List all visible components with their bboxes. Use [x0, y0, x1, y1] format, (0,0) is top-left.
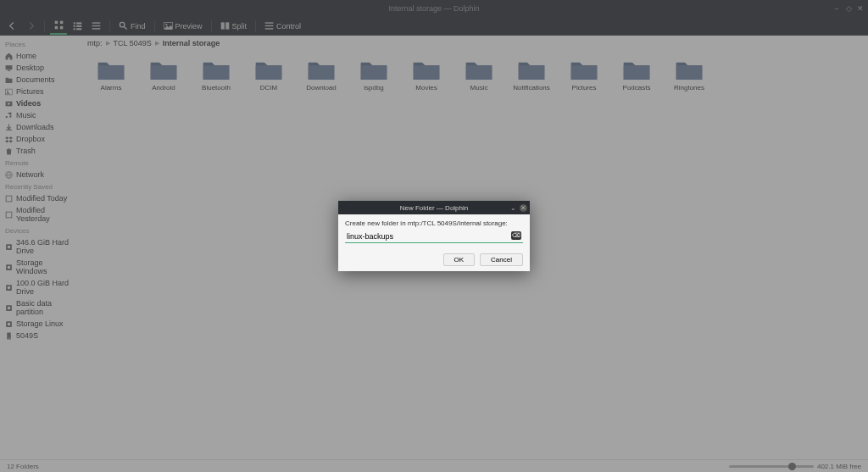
new-folder-dialog: New Folder — Dolphin ⌄ ✕ Create new fold…: [338, 201, 530, 271]
ok-button[interactable]: OK: [443, 253, 476, 266]
dialog-label: Create new folder in mtp:/TCL 5049S/Inte…: [345, 219, 523, 227]
modal-overlay: New Folder — Dolphin ⌄ ✕ Create new fold…: [0, 0, 868, 472]
dialog-titlebar: New Folder — Dolphin ⌄ ✕: [338, 201, 530, 214]
dialog-close-icon[interactable]: ✕: [520, 204, 527, 212]
folder-name-input[interactable]: [345, 230, 523, 242]
dialog-title: New Folder — Dolphin: [400, 204, 468, 212]
dialog-dropdown-icon[interactable]: ⌄: [509, 204, 517, 212]
cancel-button[interactable]: Cancel: [480, 253, 523, 266]
clear-input-icon[interactable]: ⌫: [511, 231, 521, 240]
